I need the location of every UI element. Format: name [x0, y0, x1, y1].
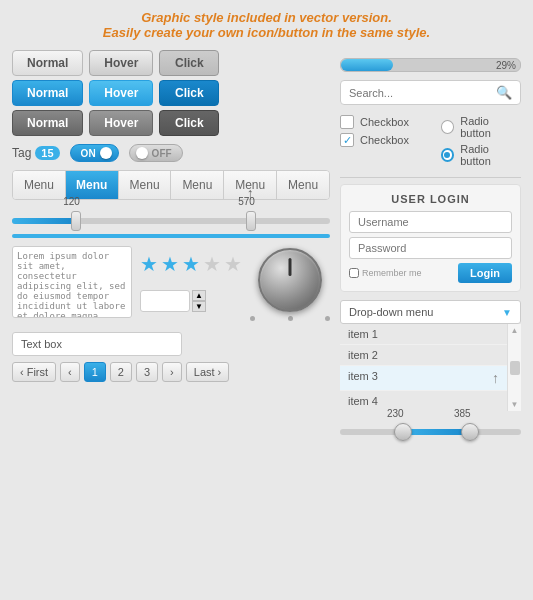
next-icon: ›	[170, 366, 174, 378]
first-label: First	[27, 366, 48, 378]
radio-unchecked-row: Radio button	[441, 115, 522, 139]
radio-2-label: Radio button	[460, 143, 521, 167]
knob-marker	[289, 258, 292, 276]
star-4[interactable]: ★	[203, 252, 221, 276]
normal-blue-button[interactable]: Normal	[12, 80, 83, 106]
number-input[interactable]: 15.46	[140, 290, 190, 312]
star-1[interactable]: ★	[140, 252, 158, 276]
progress-bar: 29%	[340, 58, 521, 72]
dropdown-section: Drop-down menu ▼ item 1 item 2 item 3 ↑ …	[340, 300, 521, 411]
dropdown-item-3[interactable]: item 3 ↑	[340, 366, 507, 391]
textarea-section: Lorem ipsum dolor sit amet, consectetur …	[12, 246, 132, 322]
dropdown-item-2[interactable]: item 2	[340, 345, 507, 366]
left-column: Normal Hover Click Normal Hover Click No…	[12, 50, 330, 439]
scroll-down-icon[interactable]: ▼	[509, 398, 521, 411]
click-gray-button[interactable]: Click	[159, 50, 219, 76]
radio-column: Radio button Radio button	[441, 111, 522, 171]
pagination-row: ‹ First ‹ 1 2 3 › Last ›	[12, 362, 330, 382]
toggle-off[interactable]: OFF	[129, 144, 183, 162]
user-login-box: USER LOGIN Remember me Login	[340, 184, 521, 292]
username-field[interactable]	[349, 211, 512, 233]
dropdown-arrow-icon: ▼	[502, 307, 512, 318]
radio-checked-row: Radio button	[441, 143, 522, 167]
toggle-on[interactable]: ON	[70, 144, 119, 162]
menu-tab-4[interactable]: Menu	[171, 171, 224, 199]
star-5[interactable]: ★	[224, 252, 242, 276]
dropdown-with-scroll: item 1 item 2 item 3 ↑ item 4 ▲ ▼	[340, 324, 521, 411]
scroll-thumb[interactable]	[510, 361, 520, 375]
menu-tabs: Menu Menu Menu Menu Menu ↑ Menu	[12, 170, 330, 200]
textarea-input[interactable]: Lorem ipsum dolor sit amet, consectetur …	[12, 246, 132, 318]
range-track: 230 385	[340, 429, 521, 435]
next-button[interactable]: ›	[162, 362, 182, 382]
menu-tab-1[interactable]: Menu	[13, 171, 66, 199]
knob[interactable]	[258, 248, 322, 312]
slider-fill-1	[12, 218, 76, 224]
menu-tab-2[interactable]: Menu	[66, 171, 119, 199]
dropdown-item-4[interactable]: item 4	[340, 391, 507, 411]
password-field[interactable]	[349, 237, 512, 259]
slider-handle-1[interactable]: 120	[71, 211, 81, 231]
hover-dark-button[interactable]: Hover	[89, 110, 153, 136]
range-handle-left[interactable]: 230	[394, 423, 412, 441]
remember-text: Remember me	[362, 268, 422, 278]
page-3[interactable]: 3	[136, 362, 158, 382]
text-box-input[interactable]	[12, 332, 182, 356]
radio-unchecked[interactable]	[441, 120, 455, 134]
slider-section: 120 570	[12, 218, 330, 238]
menu-tab-3[interactable]: Menu	[119, 171, 172, 199]
chevron-left-icon: ‹	[20, 366, 24, 378]
stars-row: ★ ★ ★ ★ ★	[140, 252, 242, 276]
cursor-icon: ↑	[492, 370, 499, 386]
last-label: Last	[194, 366, 215, 378]
menu-tab-6[interactable]: Menu	[277, 171, 329, 199]
checkbox-checked[interactable]: ✓	[340, 133, 354, 147]
checkbox-unchecked[interactable]	[340, 115, 354, 129]
star-3[interactable]: ★	[182, 252, 200, 276]
prev-button[interactable]: ‹	[60, 362, 80, 382]
click-dark-button[interactable]: Click	[159, 110, 219, 136]
thin-slider[interactable]	[12, 234, 330, 238]
dropdown-item-1[interactable]: item 1	[340, 324, 507, 345]
normal-gray-button[interactable]: Normal	[12, 50, 83, 76]
scroll-up-icon[interactable]: ▲	[509, 324, 521, 337]
title-line1: Graphic style included in vector version…	[12, 10, 521, 25]
prev-icon: ‹	[68, 366, 72, 378]
knob-dots	[250, 316, 330, 321]
search-input[interactable]	[349, 87, 496, 99]
range-label-left: 230	[387, 408, 404, 419]
menu-tab-5[interactable]: Menu ↑	[224, 171, 277, 199]
slider-handle-2[interactable]: 570	[246, 211, 256, 231]
dropdown-header[interactable]: Drop-down menu ▼	[340, 300, 521, 324]
normal-dark-button[interactable]: Normal	[12, 110, 83, 136]
tag-label: Tag	[12, 146, 31, 160]
chevron-right-icon: ›	[218, 366, 222, 378]
spin-up-button[interactable]: ▲	[192, 290, 206, 301]
checkbox-checked-row: ✓ Checkbox	[340, 133, 421, 147]
page-2[interactable]: 2	[110, 362, 132, 382]
click-blue-button[interactable]: Click	[159, 80, 219, 106]
page-1[interactable]: 1	[84, 362, 106, 382]
stars-number-section: ★ ★ ★ ★ ★ 15.46 ▲ ▼	[140, 246, 242, 322]
last-button[interactable]: Last ›	[186, 362, 229, 382]
login-button[interactable]: Login	[458, 263, 512, 283]
bottom-left-section: Lorem ipsum dolor sit amet, consectetur …	[12, 246, 330, 322]
title-line2: Easily create your own icon/button in th…	[12, 25, 521, 40]
progress-container: 29%	[340, 58, 521, 72]
checkbox-1-label: Checkbox	[360, 116, 409, 128]
star-2[interactable]: ★	[161, 252, 179, 276]
slider-label-2: 570	[238, 196, 255, 207]
remember-checkbox[interactable]	[349, 268, 359, 278]
range-handle-right[interactable]: 385	[461, 423, 479, 441]
slider-track-1: 120 570	[12, 218, 330, 224]
first-button[interactable]: ‹ First	[12, 362, 56, 382]
knob-area	[250, 246, 330, 322]
search-icon[interactable]: 🔍	[496, 85, 512, 100]
hover-gray-button[interactable]: Hover	[89, 50, 153, 76]
hover-blue-button[interactable]: Hover	[89, 80, 153, 106]
radio-checked[interactable]	[441, 148, 455, 162]
tag-count: 15	[35, 146, 59, 160]
right-column: 29% 🔍 Checkbox ✓ Checkbox	[340, 50, 521, 439]
dropdown-items: item 1 item 2 item 3 ↑ item 4	[340, 324, 507, 411]
spin-down-button[interactable]: ▼	[192, 301, 206, 312]
